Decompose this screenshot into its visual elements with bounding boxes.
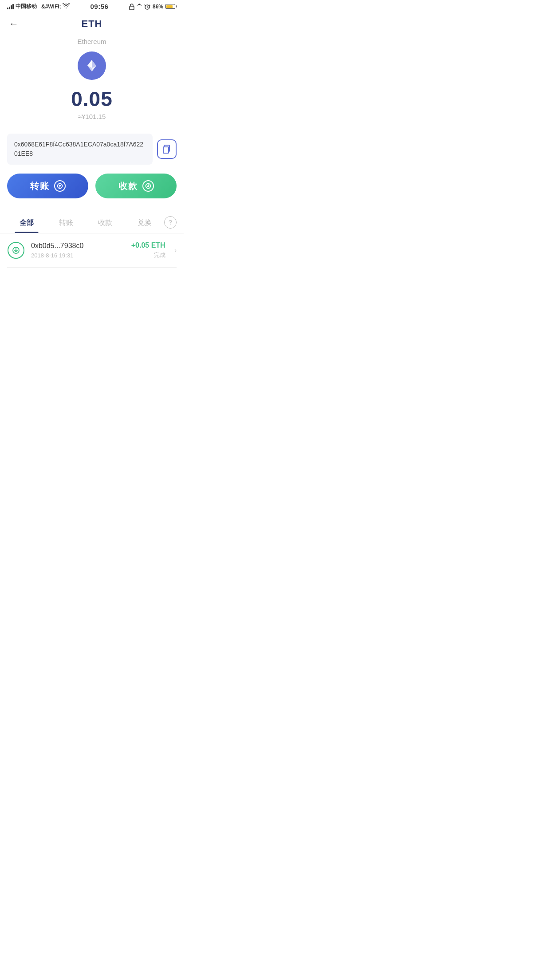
eth-logo-icon: [84, 58, 99, 73]
battery-percent: 86%: [153, 4, 163, 10]
back-button[interactable]: ←: [9, 19, 19, 29]
signal-icon: [7, 4, 14, 9]
coin-logo: [78, 51, 106, 80]
chevron-right-icon: ›: [174, 246, 177, 254]
receive-icon: [142, 180, 154, 192]
receive-label: 收款: [118, 180, 138, 192]
transfer-button[interactable]: 转账: [7, 174, 88, 198]
tab-transfer[interactable]: 转账: [47, 211, 86, 233]
transaction-tabs: 全部 转账 收款 兑换 ?: [0, 211, 184, 233]
coin-info: Ethereum 0.05 ≈¥101.15: [0, 34, 184, 129]
transaction-row[interactable]: 0xb0d5...7938c0 2018-8-16 19:31 +0.05 ET…: [7, 233, 177, 268]
tx-amount: +0.05 ETH: [131, 241, 165, 249]
svg-marker-5: [87, 60, 92, 68]
help-button[interactable]: ?: [164, 216, 177, 229]
tx-time: 2018-8-16 19:31: [31, 252, 125, 259]
transaction-list: 0xb0d5...7938c0 2018-8-16 19:31 +0.05 ET…: [0, 233, 184, 268]
lock-icon: [129, 4, 134, 10]
wallet-address: 0x6068E61F8f4Cc638A1ECA07a0ca18f7A62201E…: [7, 134, 153, 165]
address-container: 0x6068E61F8f4Cc638A1ECA07a0ca18f7A62201E…: [7, 134, 177, 165]
transfer-label: 转账: [30, 180, 50, 192]
coin-subtitle: Ethereum: [77, 38, 106, 45]
tx-status: 完成: [131, 251, 165, 259]
location-icon: [137, 4, 142, 10]
balance-amount: 0.05: [71, 89, 113, 109]
status-bar: 中国移动 &#WiFi; 09:56 86%: [0, 0, 184, 12]
alarm-icon: [144, 4, 150, 10]
receive-button[interactable]: 收款: [95, 174, 177, 198]
tx-type-icon: [7, 241, 25, 259]
tab-transfer-label: 转账: [59, 219, 73, 226]
status-left: 中国移动 &#WiFi;: [7, 3, 70, 10]
tab-receive[interactable]: 收款: [86, 211, 125, 233]
wifi-icon: &#WiFi;: [39, 3, 70, 10]
status-right: 86%: [129, 4, 177, 10]
tx-address: 0xb0d5...7938c0: [31, 242, 125, 250]
copy-icon: [163, 145, 171, 154]
battery-icon: [165, 4, 177, 9]
carrier-label: 中国移动: [16, 3, 37, 10]
tab-all[interactable]: 全部: [7, 211, 47, 233]
svg-rect-0: [130, 6, 134, 10]
status-time: 09:56: [90, 3, 108, 10]
balance-fiat: ≈¥101.15: [78, 113, 106, 120]
tab-all-label: 全部: [20, 219, 34, 226]
receive-tx-icon: [8, 242, 24, 259]
tab-exchange-label: 兑换: [138, 219, 152, 226]
page-title: ETH: [82, 18, 102, 30]
tab-receive-label: 收款: [98, 219, 112, 226]
tx-details: 0xb0d5...7938c0 2018-8-16 19:31: [31, 242, 125, 259]
tx-amount-container: +0.05 ETH 完成: [131, 241, 165, 259]
action-buttons: 转账 收款: [0, 174, 184, 211]
header: ← ETH: [0, 12, 184, 34]
tab-exchange[interactable]: 兑换: [125, 211, 165, 233]
copy-address-button[interactable]: [157, 139, 177, 159]
transfer-icon: [54, 180, 66, 192]
